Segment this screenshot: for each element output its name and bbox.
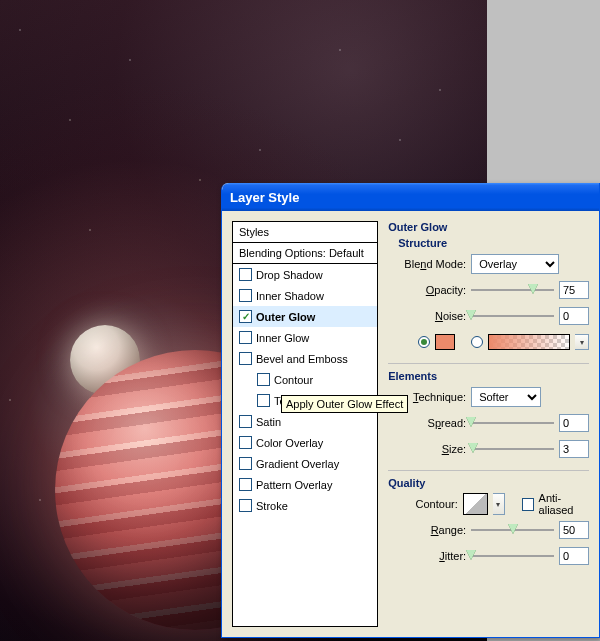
gradient-dropdown-icon[interactable]: ▾ <box>575 334 589 350</box>
style-item-bevel-and-emboss[interactable]: Bevel and Emboss <box>233 348 377 369</box>
size-slider[interactable] <box>471 442 554 456</box>
style-item-label: Drop Shadow <box>256 269 323 281</box>
blend-mode-row: Blend Mode: Overlay <box>388 253 589 275</box>
technique-row: Technique: Softer <box>388 386 589 408</box>
dialog-body: Styles Blending Options: Default Drop Sh… <box>222 211 599 637</box>
blending-options-row[interactable]: Blending Options: Default <box>233 243 377 264</box>
style-checkbox[interactable] <box>239 415 252 428</box>
size-row: Size: <box>388 438 589 460</box>
tooltip: Apply Outer Glow Effect <box>281 395 408 413</box>
solid-color-radio[interactable] <box>418 336 430 348</box>
contour-label: Contour: <box>398 498 458 510</box>
elements-title: Elements <box>388 363 589 382</box>
noise-label: Noise: <box>398 310 466 322</box>
dialog-titlebar[interactable]: Layer Style <box>222 183 599 211</box>
style-item-label: Pattern Overlay <box>256 479 332 491</box>
opacity-slider[interactable] <box>471 283 554 297</box>
spread-input[interactable] <box>559 414 589 432</box>
style-checkbox[interactable] <box>239 457 252 470</box>
style-item-label: Inner Glow <box>256 332 309 344</box>
style-item-drop-shadow[interactable]: Drop Shadow <box>233 264 377 285</box>
style-item-label: Stroke <box>256 500 288 512</box>
jitter-label: Jitter: <box>398 550 466 562</box>
range-row: Range: <box>388 519 589 541</box>
spread-label: Spread: <box>398 417 466 429</box>
opacity-row: Opacity: <box>388 279 589 301</box>
style-item-label: Gradient Overlay <box>256 458 339 470</box>
style-checkbox[interactable] <box>239 352 252 365</box>
opacity-label: Opacity: <box>398 284 466 296</box>
style-item-label: Contour <box>274 374 313 386</box>
blend-mode-select[interactable]: Overlay <box>471 254 559 274</box>
style-item-satin[interactable]: Satin <box>233 411 377 432</box>
gradient-swatch[interactable] <box>488 334 570 350</box>
style-item-outer-glow[interactable]: ✓Outer Glow <box>233 306 377 327</box>
style-item-label: Satin <box>256 416 281 428</box>
style-checkbox[interactable] <box>239 331 252 344</box>
style-checkbox[interactable] <box>239 478 252 491</box>
parameters-column: Outer Glow Structure Blend Mode: Overlay… <box>388 221 589 627</box>
range-slider[interactable] <box>471 523 554 537</box>
style-item-inner-shadow[interactable]: Inner Shadow <box>233 285 377 306</box>
style-item-label: Outer Glow <box>256 311 315 323</box>
style-checkbox[interactable] <box>239 436 252 449</box>
styles-list: Drop ShadowInner Shadow✓Outer GlowInner … <box>233 264 377 516</box>
size-input[interactable] <box>559 440 589 458</box>
style-checkbox[interactable] <box>239 499 252 512</box>
opacity-input[interactable] <box>559 281 589 299</box>
styles-header[interactable]: Styles <box>233 222 377 243</box>
jitter-row: Jitter: <box>388 545 589 567</box>
range-input[interactable] <box>559 521 589 539</box>
solid-color-swatch[interactable] <box>435 334 455 350</box>
style-item-stroke[interactable]: Stroke <box>233 495 377 516</box>
anti-aliased-label: Anti-aliased <box>539 492 589 516</box>
style-item-color-overlay[interactable]: Color Overlay <box>233 432 377 453</box>
style-item-gradient-overlay[interactable]: Gradient Overlay <box>233 453 377 474</box>
technique-select[interactable]: Softer <box>471 387 541 407</box>
quality-title: Quality <box>388 470 589 489</box>
style-item-label: Color Overlay <box>256 437 323 449</box>
blend-mode-label: Blend Mode: <box>398 258 466 270</box>
size-label: Size: <box>398 443 466 455</box>
noise-row: Noise: <box>388 305 589 327</box>
structure-title: Structure <box>388 237 589 249</box>
color-row: ▾ <box>388 331 589 353</box>
layer-style-dialog: Layer Style Styles Blending Options: Def… <box>221 183 600 638</box>
style-checkbox[interactable]: ✓ <box>239 310 252 323</box>
contour-row: Contour: ▾ Anti-aliased <box>388 493 589 515</box>
range-label: Range: <box>398 524 466 536</box>
style-item-inner-glow[interactable]: Inner Glow <box>233 327 377 348</box>
styles-column: Styles Blending Options: Default Drop Sh… <box>232 221 378 627</box>
style-checkbox[interactable] <box>239 268 252 281</box>
style-item-contour[interactable]: Contour <box>233 369 377 390</box>
style-item-pattern-overlay[interactable]: Pattern Overlay <box>233 474 377 495</box>
noise-input[interactable] <box>559 307 589 325</box>
jitter-input[interactable] <box>559 547 589 565</box>
style-checkbox[interactable] <box>257 394 270 407</box>
style-item-label: Inner Shadow <box>256 290 324 302</box>
style-checkbox[interactable] <box>257 373 270 386</box>
jitter-slider[interactable] <box>471 549 554 563</box>
anti-aliased-checkbox[interactable] <box>522 498 534 511</box>
contour-dropdown-icon[interactable]: ▾ <box>493 493 505 515</box>
dialog-title: Layer Style <box>230 190 299 205</box>
style-item-label: Bevel and Emboss <box>256 353 348 365</box>
contour-swatch[interactable] <box>463 493 488 515</box>
spread-row: Spread: <box>388 412 589 434</box>
technique-label: Technique: <box>398 391 466 403</box>
style-checkbox[interactable] <box>239 289 252 302</box>
spread-slider[interactable] <box>471 416 554 430</box>
noise-slider[interactable] <box>471 309 554 323</box>
gradient-color-radio[interactable] <box>471 336 483 348</box>
outer-glow-title: Outer Glow <box>388 221 589 233</box>
